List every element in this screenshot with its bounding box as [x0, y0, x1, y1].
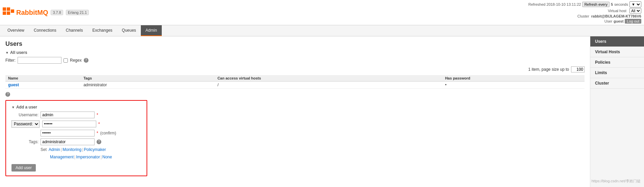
refresh-dropdown[interactable]: ▼: [629, 1, 641, 7]
cluster-line: Cluster rabbit@BIJLAGEM-KT786V6: [577, 14, 641, 18]
password-confirm-required: *: [97, 131, 98, 135]
tags-row: Tags: ?: [11, 138, 141, 145]
password-confirm-input[interactable]: [41, 130, 95, 136]
add-user-section-header[interactable]: ▼ Add a user: [11, 105, 141, 110]
tag-none[interactable]: None: [102, 155, 112, 159]
filter-input[interactable]: [18, 57, 61, 64]
sidebar: Users Virtual Hosts Policies Limits Clus…: [590, 36, 644, 187]
users-table: Name Tags Can access virtual hosts Has p…: [5, 75, 585, 89]
table-help-icon[interactable]: ?: [5, 92, 10, 97]
refreshed-text: Refreshed 2018-10-10 13:11:22: [528, 2, 581, 6]
password-row: Password: Hashed: *: [11, 120, 141, 128]
nav-queues[interactable]: Queues: [117, 25, 141, 36]
user-name-cell[interactable]: guest: [5, 82, 81, 89]
user-tags-cell: administrator: [81, 82, 215, 89]
username-required: *: [97, 113, 98, 117]
logo-area: RabbitMQ 3.7.8 Erlang 21.1: [3, 7, 89, 18]
sidebar-item-virtual-hosts[interactable]: Virtual Hosts: [590, 47, 644, 57]
tags-label: Tags:: [11, 139, 38, 144]
password-input[interactable]: [42, 121, 96, 127]
logo: RabbitMQ: [3, 7, 48, 18]
password-required: *: [98, 122, 100, 126]
tag-management[interactable]: Management: [50, 155, 74, 159]
page-title: Users: [5, 40, 585, 48]
password-type-select[interactable]: Password: Hashed:: [11, 120, 40, 128]
tag-policymaker[interactable]: Policymaker: [84, 147, 106, 152]
svg-rect-4: [11, 9, 14, 13]
table-row: guest administrator / •: [5, 82, 585, 89]
refresh-line: Refreshed 2018-10-10 13:11:22 Refresh ev…: [528, 1, 641, 7]
erlang-badge: Erlang 21.1: [66, 10, 89, 15]
refresh-button[interactable]: Refresh every: [582, 2, 609, 7]
logout-button[interactable]: Log out: [625, 19, 641, 24]
refresh-unit: seconds: [614, 2, 628, 6]
user-value: guest: [614, 19, 623, 23]
user-line: User guest Log out: [604, 19, 641, 24]
sidebar-item-users[interactable]: Users: [590, 36, 644, 47]
user-password-cell: •: [442, 82, 585, 89]
page-size-input[interactable]: [571, 66, 585, 72]
sidebar-item-limits[interactable]: Limits: [590, 68, 644, 78]
regex-help-icon[interactable]: ?: [84, 58, 88, 63]
svg-rect-3: [7, 11, 10, 15]
sep1: |: [61, 147, 62, 152]
version-badge: 3.7.8: [51, 10, 63, 15]
password-confirm-row: * (confirm): [11, 130, 141, 136]
topbar: RabbitMQ 3.7.8 Erlang 21.1 Refreshed 201…: [0, 0, 644, 25]
add-user-button[interactable]: Add user: [11, 164, 36, 172]
username-row: Username: *: [11, 112, 141, 118]
sidebar-item-policies[interactable]: Policies: [590, 57, 644, 68]
filter-row: Filter: Regex ?: [5, 57, 585, 64]
tag-impersonator[interactable]: Impersonator: [76, 155, 100, 159]
username-input[interactable]: [41, 112, 95, 118]
refresh-seconds: 5: [611, 2, 613, 6]
logo-text: RabbitMQ: [16, 9, 48, 17]
tag-set-row: Set Admin | Monitoring | Policymaker Man…: [11, 147, 141, 159]
main-layout: Users ▼ All users Filter: Regex ? 1 item…: [0, 36, 644, 187]
svg-rect-0: [3, 7, 6, 11]
col-name: Name: [5, 75, 81, 82]
username-label: Username:: [11, 113, 38, 117]
content-area: Users ▼ All users Filter: Regex ? 1 item…: [0, 36, 590, 187]
pagination-row: 1 item, page size up to: [5, 66, 585, 72]
tags-help-icon[interactable]: ?: [97, 139, 101, 144]
cluster-value: rabbit@BIJLAGEM-KT786V6: [591, 14, 641, 18]
col-password: Has password: [442, 75, 585, 82]
add-user-arrow: ▼: [11, 105, 15, 109]
col-vhosts: Can access virtual hosts: [215, 75, 442, 82]
tags-input[interactable]: [41, 138, 95, 145]
svg-rect-1: [7, 7, 10, 11]
nav-exchanges[interactable]: Exchanges: [87, 25, 117, 36]
virtual-host-select[interactable]: All /: [629, 8, 641, 13]
filter-label: Filter:: [5, 58, 16, 63]
user-label: User: [604, 19, 612, 23]
cluster-label: Cluster: [577, 14, 589, 18]
all-users-label: All users: [10, 50, 27, 55]
pagination-text: 1 item, page size up to: [528, 67, 569, 72]
collapse-arrow: ▼: [5, 51, 9, 55]
watermark: https://blog.csdn.net/李姓门徒: [591, 179, 641, 184]
sep4: |: [101, 155, 102, 159]
add-user-section-label: Add a user: [16, 105, 37, 110]
col-tags: Tags: [81, 75, 215, 82]
virtual-host-label: Virtual host: [608, 9, 626, 13]
all-users-section-header[interactable]: ▼ All users: [5, 50, 585, 55]
nav-admin[interactable]: Admin: [141, 25, 162, 36]
confirm-label: (confirm): [100, 131, 116, 135]
regex-checkbox[interactable]: [63, 58, 68, 63]
tag-admin[interactable]: Admin: [49, 147, 60, 152]
nav-connections[interactable]: Connections: [29, 25, 61, 36]
nav-overview[interactable]: Overview: [3, 25, 29, 36]
rabbitmq-logo-icon: [3, 7, 15, 18]
regex-label: Regex: [70, 58, 82, 63]
navbar: Overview Connections Channels Exchanges …: [0, 25, 644, 36]
svg-rect-2: [3, 11, 6, 15]
sep3: |: [74, 155, 75, 159]
sidebar-item-cluster[interactable]: Cluster: [590, 78, 644, 89]
tag-monitoring[interactable]: Monitoring: [62, 147, 81, 152]
nav-channels[interactable]: Channels: [61, 25, 88, 36]
sep2: |: [82, 147, 83, 152]
topright: Refreshed 2018-10-10 13:11:22 Refresh ev…: [528, 1, 641, 24]
add-user-section: ▼ Add a user Username: * Password: Hashe…: [5, 100, 147, 176]
set-label: Set: [41, 147, 47, 152]
